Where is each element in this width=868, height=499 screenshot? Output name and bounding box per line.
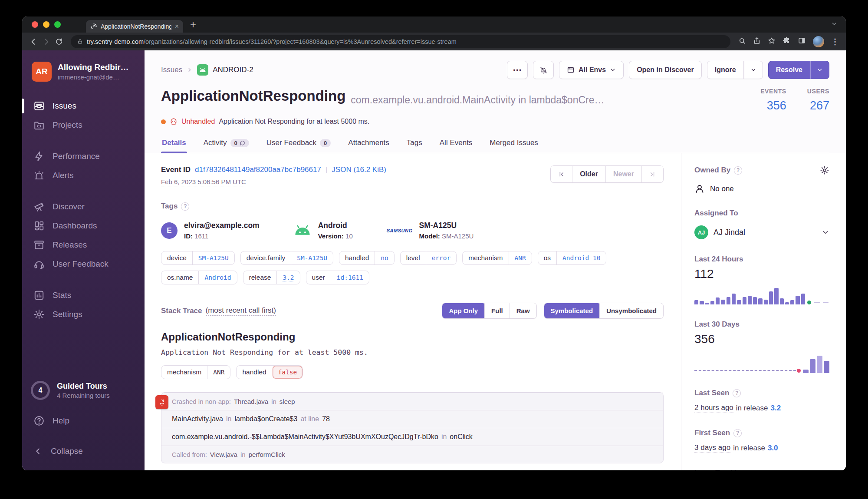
maximize-window-button[interactable] xyxy=(54,21,61,28)
full-toggle[interactable]: Full xyxy=(484,303,510,318)
sidebar-item-performance[interactable]: Performance xyxy=(22,147,145,166)
event-timestamp[interactable]: Feb 6, 2023 5:06:56 PM UTC xyxy=(161,178,246,186)
help-circle-icon[interactable] xyxy=(181,202,189,211)
sidebar-item-user-feedback[interactable]: User Feedback xyxy=(22,254,145,274)
oldest-event-button[interactable] xyxy=(551,166,572,182)
more-actions-button[interactable] xyxy=(507,61,528,79)
sidebar-item-projects[interactable]: Projects xyxy=(22,116,145,135)
tag-value-release-link[interactable]: 3.2 xyxy=(283,274,294,281)
tab-merged-issues[interactable]: Merged Issues xyxy=(489,134,539,153)
tag-pill[interactable]: userid:1611 xyxy=(306,271,369,284)
first-seen-release-link[interactable]: 3.0 xyxy=(768,444,778,453)
app-only-toggle[interactable]: App Only xyxy=(442,303,485,319)
ignore-dropdown-button[interactable] xyxy=(744,61,763,79)
bookmark-star-icon[interactable] xyxy=(768,37,776,46)
os-context[interactable]: Android Version: 10 xyxy=(293,221,353,240)
forward-icon[interactable] xyxy=(42,37,51,46)
tab-search-chevron-icon[interactable] xyxy=(831,21,837,29)
first-seen-time[interactable]: 3 days ago xyxy=(694,443,730,453)
frame-file: com.example.vu.android.-$$Lambda$MainAct… xyxy=(172,433,438,441)
tab-label: User Feedback xyxy=(266,139,316,147)
back-icon[interactable] xyxy=(29,37,38,46)
tag-pill[interactable]: mechanismANR xyxy=(462,251,532,265)
exception-value: Application Not Responding for at least … xyxy=(161,348,664,357)
extensions-puzzle-icon[interactable] xyxy=(783,36,791,46)
resolve-label: Resolve xyxy=(776,66,802,74)
browser-menu-icon[interactable] xyxy=(831,37,839,46)
tab-user-feedback[interactable]: User Feedback 0 xyxy=(266,134,332,153)
breadcrumb-project[interactable]: ANDROID-2 xyxy=(213,66,253,74)
stack-frame[interactable]: MainActivity.java in lambda$onCreate$3 a… xyxy=(161,410,663,428)
sidebar-collapse[interactable]: Collapse xyxy=(22,443,145,460)
newer-event-button[interactable]: Newer xyxy=(605,166,641,182)
last-seen-release-link[interactable]: 3.2 xyxy=(771,404,781,413)
resolve-dropdown-button[interactable] xyxy=(810,61,829,79)
new-tab-button[interactable] xyxy=(190,19,196,31)
last-seen-time[interactable]: 2 hours ago xyxy=(694,403,733,413)
guided-tours[interactable]: 4 Guided Tours 4 Remaining tours xyxy=(22,379,145,402)
users-count[interactable]: 267 xyxy=(807,99,829,112)
tab-details[interactable]: Details xyxy=(161,134,187,153)
assignee-selector[interactable]: AJ AJ Jindal xyxy=(694,225,829,239)
tab-activity[interactable]: Activity 0 xyxy=(203,134,250,153)
sidebar-item-alerts[interactable]: Alerts xyxy=(22,166,145,185)
help-circle-icon[interactable] xyxy=(733,389,741,397)
mechanism-pill[interactable]: mechanismANR xyxy=(161,365,230,379)
url-bar[interactable]: try.sentry-demo.com/organizations/allowi… xyxy=(71,35,730,48)
event-id-link[interactable]: d1f78326481149af8200aa7bc7b96617 xyxy=(195,165,321,174)
stack-frame[interactable]: Called from: View.java in performClick xyxy=(161,446,663,463)
help-circle-icon[interactable] xyxy=(733,429,742,437)
last-30d-chart[interactable] xyxy=(694,354,829,373)
ownership-settings-button[interactable] xyxy=(820,165,829,175)
close-window-button[interactable] xyxy=(32,21,38,28)
last-seen-label: Last Seen xyxy=(694,389,729,397)
sidebar-item-stats[interactable]: Stats xyxy=(22,286,145,305)
stack-frame[interactable]: com.example.vu.android.-$$Lambda$MainAct… xyxy=(161,428,663,446)
side-panel-icon[interactable] xyxy=(798,36,806,46)
sidebar-item-issues[interactable]: Issues xyxy=(22,96,145,116)
handled-pill[interactable]: handledfalse xyxy=(236,365,303,379)
tab-close-icon[interactable] xyxy=(175,23,179,30)
user-context[interactable]: E elvira@example.com ID: 1611 xyxy=(161,221,260,240)
skip-to-latest-button[interactable] xyxy=(641,166,663,182)
environment-selector[interactable]: All Envs xyxy=(559,61,624,79)
share-icon[interactable] xyxy=(753,37,761,46)
minimize-window-button[interactable] xyxy=(43,21,49,28)
json-download-link[interactable]: JSON (16.2 KiB) xyxy=(332,165,386,174)
tag-pill[interactable]: levelerror xyxy=(400,251,457,265)
mute-alerts-button[interactable] xyxy=(533,61,554,79)
symbolicated-toggle[interactable]: Symbolicated xyxy=(544,303,600,319)
tag-pill[interactable]: osAndroid 10 xyxy=(538,251,607,265)
events-count[interactable]: 356 xyxy=(760,99,786,112)
stack-frame[interactable]: Crashed in non-app: Thread.java in sleep xyxy=(161,393,663,410)
sidebar-item-discover[interactable]: Discover xyxy=(22,197,145,216)
last-24h-chart[interactable] xyxy=(694,288,829,304)
device-context[interactable]: SAMSUNG SM-A125U Model: SM-A125U xyxy=(387,221,474,240)
sidebar-item-help[interactable]: Help xyxy=(22,411,145,430)
help-circle-icon[interactable] xyxy=(734,166,742,175)
tag-pill[interactable]: handledno xyxy=(339,251,395,265)
profile-avatar[interactable] xyxy=(813,36,824,47)
org-switcher[interactable]: AR Allowing Redbir… immense-gnat@de… xyxy=(22,62,145,82)
sidebar-item-dashboards[interactable]: Dashboards xyxy=(22,216,145,235)
breadcrumb-issues-link[interactable]: Issues xyxy=(161,66,182,74)
sidebar-item-releases[interactable]: Releases xyxy=(22,235,145,254)
browser-tab[interactable]: ApplicationNotResponding: Ap xyxy=(86,20,183,33)
stack-trace-hint[interactable]: (most recent call first) xyxy=(206,306,276,316)
ignore-button[interactable]: Ignore xyxy=(707,61,744,79)
sidebar-item-settings[interactable]: Settings xyxy=(22,305,145,324)
reload-icon[interactable] xyxy=(55,38,63,46)
tag-pill[interactable]: device.familySM-A125U xyxy=(240,251,333,265)
raw-toggle[interactable]: Raw xyxy=(510,303,536,318)
tab-tags[interactable]: Tags xyxy=(406,134,423,153)
tag-pill[interactable]: release3.2 xyxy=(243,271,300,284)
unsymbolicated-toggle[interactable]: Unsymbolicated xyxy=(599,303,663,318)
tag-pill[interactable]: deviceSM-A125U xyxy=(161,251,235,265)
tab-attachments[interactable]: Attachments xyxy=(347,134,390,153)
resolve-button[interactable]: Resolve xyxy=(768,61,810,79)
tag-pill[interactable]: os.nameAndroid xyxy=(161,271,237,284)
open-in-discover-button[interactable]: Open in Discover xyxy=(629,61,702,79)
tab-all-events[interactable]: All Events xyxy=(439,134,473,153)
older-event-button[interactable]: Older xyxy=(572,166,605,182)
zoom-icon[interactable] xyxy=(738,37,746,46)
